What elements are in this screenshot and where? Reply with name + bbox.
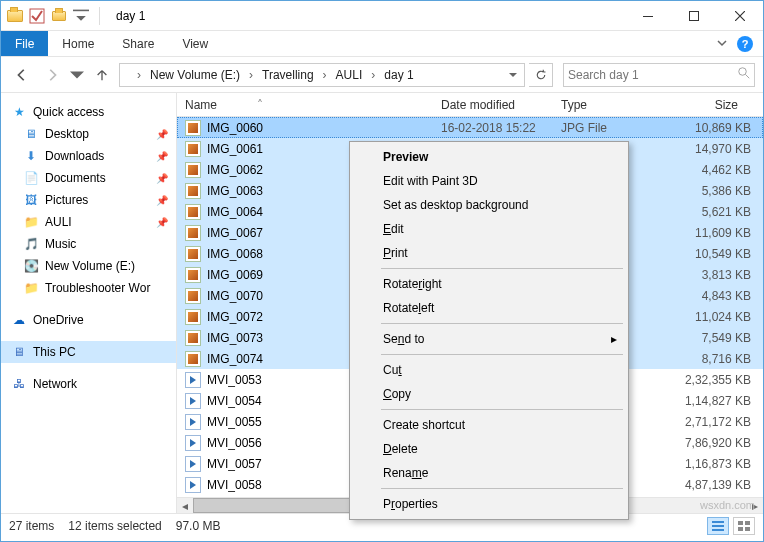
sidebar-item[interactable]: 🖼Pictures📌 <box>1 189 176 211</box>
ctx-rotate-left[interactable]: Rotate left <box>353 296 625 320</box>
breadcrumb-1[interactable]: New Volume (E:) <box>144 64 246 86</box>
file-size: 7,549 KB <box>669 331 763 345</box>
ctx-properties[interactable]: Properties <box>353 492 625 516</box>
pin-icon: 📌 <box>156 217 168 228</box>
column-type[interactable]: Type <box>553 93 669 116</box>
help-icon[interactable]: ? <box>737 36 753 52</box>
folder-small-icon[interactable] <box>51 8 67 24</box>
column-size[interactable]: Size <box>669 93 763 116</box>
file-size: 2,71,172 KB <box>669 415 763 429</box>
recent-locations-button[interactable] <box>69 62 85 88</box>
column-headers: Name˄ Date modified Type Size <box>177 93 763 117</box>
sidebar-item[interactable]: 💽New Volume (E:) <box>1 255 176 277</box>
file-size: 5,621 KB <box>669 205 763 219</box>
checkbox-icon[interactable] <box>29 8 45 24</box>
ctx-rotate-right[interactable]: Rotate right <box>353 272 625 296</box>
sidebar-item-label: Downloads <box>45 149 104 163</box>
maximize-button[interactable] <box>671 1 717 31</box>
chevron-right-icon[interactable]: › <box>368 68 378 82</box>
sidebar-quick-access[interactable]: ★Quick access <box>1 101 176 123</box>
file-name: MVI_0058 <box>207 478 262 492</box>
back-button[interactable] <box>9 62 35 88</box>
forward-button[interactable] <box>39 62 65 88</box>
sidebar-item[interactable]: 📁AULI📌 <box>1 211 176 233</box>
video-file-icon <box>185 393 201 409</box>
sidebar-item[interactable]: 🖥Desktop📌 <box>1 123 176 145</box>
file-name: IMG_0072 <box>207 310 263 324</box>
close-button[interactable] <box>717 1 763 31</box>
file-name: IMG_0063 <box>207 184 263 198</box>
ctx-edit[interactable]: Edit <box>353 217 625 241</box>
sidebar-icon: 📄 <box>23 170 39 186</box>
image-file-icon <box>185 120 201 136</box>
breadcrumb-4[interactable]: day 1 <box>378 64 419 86</box>
pin-icon: 📌 <box>156 195 168 206</box>
network-icon: 🖧 <box>11 376 27 392</box>
ctx-set-wallpaper[interactable]: Set as desktop background <box>353 193 625 217</box>
separator <box>381 409 623 410</box>
ctx-cut[interactable]: Cut <box>353 358 625 382</box>
chevron-right-icon[interactable]: › <box>246 68 256 82</box>
breadcrumb-3[interactable]: AULI <box>330 64 369 86</box>
pin-icon: 📌 <box>156 151 168 162</box>
status-count: 27 items <box>9 519 54 533</box>
file-name: IMG_0070 <box>207 289 263 303</box>
pin-icon: 📌 <box>156 129 168 140</box>
up-button[interactable] <box>89 62 115 88</box>
image-file-icon <box>185 267 201 283</box>
file-size: 1,16,873 KB <box>669 457 763 471</box>
ribbon: File Home Share View ? <box>1 31 763 57</box>
sidebar-icon: ⬇ <box>23 148 39 164</box>
file-size: 4,462 KB <box>669 163 763 177</box>
address-bar[interactable]: › New Volume (E:) › Travelling › AULI › … <box>119 63 525 87</box>
column-date[interactable]: Date modified <box>433 93 553 116</box>
address-dropdown-icon[interactable] <box>504 71 522 79</box>
chevron-right-icon[interactable]: › <box>320 68 330 82</box>
sidebar-item[interactable]: 📁Troubleshooter Wor <box>1 277 176 299</box>
search-input[interactable]: Search day 1 <box>563 63 755 87</box>
ctx-create-shortcut[interactable]: Create shortcut <box>353 413 625 437</box>
sidebar-item[interactable]: 📄Documents📌 <box>1 167 176 189</box>
chevron-right-icon[interactable]: › <box>134 68 144 82</box>
breadcrumb-2[interactable]: Travelling <box>256 64 320 86</box>
video-file-icon <box>185 456 201 472</box>
ctx-print[interactable]: Print <box>353 241 625 265</box>
tab-share[interactable]: Share <box>108 31 168 56</box>
file-size: 10,869 KB <box>669 121 763 135</box>
ctx-send-to[interactable]: Send to▸ <box>353 327 625 351</box>
refresh-button[interactable] <box>529 63 553 87</box>
sidebar-this-pc[interactable]: 🖥This PC <box>1 341 176 363</box>
sidebar-item[interactable]: ⬇Downloads📌 <box>1 145 176 167</box>
svg-rect-9 <box>745 521 750 525</box>
sidebar-label: Quick access <box>33 105 104 119</box>
tab-file[interactable]: File <box>1 31 48 56</box>
sidebar-label: OneDrive <box>33 313 84 327</box>
ctx-preview[interactable]: Preview <box>353 145 625 169</box>
svg-point-4 <box>739 68 747 76</box>
sidebar-item-label: AULI <box>45 215 72 229</box>
column-name[interactable]: Name˄ <box>177 93 433 116</box>
tab-view[interactable]: View <box>168 31 222 56</box>
qat-dropdown-icon[interactable] <box>73 8 89 24</box>
expand-ribbon-icon[interactable] <box>717 37 727 51</box>
ctx-delete[interactable]: Delete <box>353 437 625 461</box>
view-thumbnails-button[interactable] <box>733 517 755 535</box>
image-file-icon <box>185 246 201 262</box>
image-file-icon <box>185 288 201 304</box>
file-name: IMG_0073 <box>207 331 263 345</box>
view-details-button[interactable] <box>707 517 729 535</box>
table-row[interactable]: IMG_006016-02-2018 15:22JPG File10,869 K… <box>177 117 763 138</box>
sidebar-onedrive[interactable]: ☁OneDrive <box>1 309 176 331</box>
tab-home[interactable]: Home <box>48 31 108 56</box>
file-size: 4,843 KB <box>669 289 763 303</box>
star-icon: ★ <box>11 104 27 120</box>
minimize-button[interactable] <box>625 1 671 31</box>
ctx-copy[interactable]: Copy <box>353 382 625 406</box>
scroll-left-icon[interactable]: ◂ <box>177 498 193 513</box>
sidebar-network[interactable]: 🖧Network <box>1 373 176 395</box>
ctx-rename[interactable]: Rename <box>353 461 625 485</box>
sidebar-item[interactable]: 🎵Music <box>1 233 176 255</box>
file-size: 7,86,920 KB <box>669 436 763 450</box>
ctx-edit-paint3d[interactable]: Edit with Paint 3D <box>353 169 625 193</box>
quick-access-toolbar <box>1 7 110 25</box>
